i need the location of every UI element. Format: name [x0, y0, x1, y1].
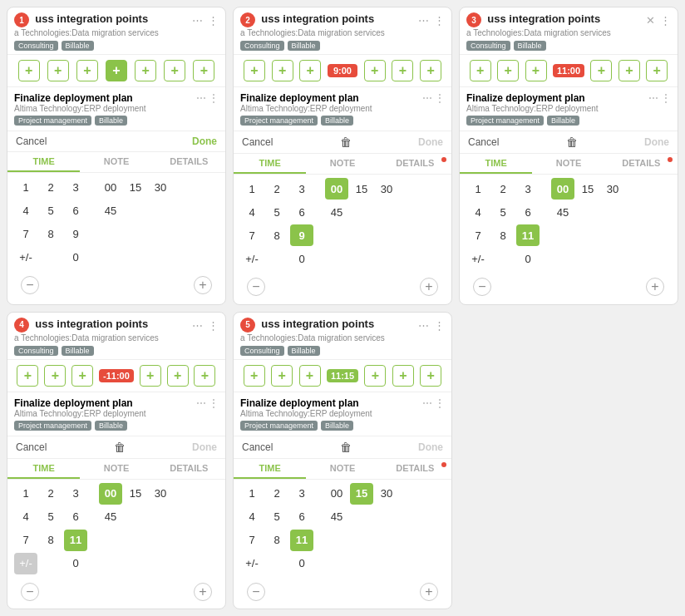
plus-btn-4[interactable]: + — [140, 365, 161, 387]
plus-btn-2[interactable]: + — [299, 60, 321, 81]
plus-btn-5[interactable]: + — [167, 365, 189, 387]
tab-note[interactable]: NOTE — [306, 154, 378, 174]
plus-btn-2[interactable]: + — [525, 60, 547, 81]
plus-btn-5[interactable]: + — [164, 60, 185, 81]
num-5[interactable]: 5 — [39, 506, 62, 528]
delete-button[interactable]: 🗑 — [340, 136, 352, 149]
num-1[interactable]: 1 — [240, 178, 264, 200]
plus-btn-4[interactable]: + — [364, 365, 386, 387]
num-5[interactable]: 5 — [265, 201, 288, 223]
plus-btn-1[interactable]: + — [47, 60, 69, 81]
more-icon[interactable]: ⋮ — [208, 319, 219, 332]
num-6[interactable]: 6 — [64, 200, 87, 221]
ellipsis-icon[interactable]: ⋯ — [192, 319, 203, 332]
num-7[interactable]: 7 — [14, 223, 37, 244]
num-11[interactable]: 11 — [64, 530, 87, 551]
plus-btn-6[interactable]: + — [194, 365, 215, 387]
plus-btn-4[interactable]: + — [135, 60, 156, 81]
num-4[interactable]: 4 — [240, 506, 264, 528]
num-1[interactable]: 1 — [14, 483, 37, 505]
minus-btn[interactable]: − — [247, 278, 265, 296]
num-7[interactable]: 7 — [240, 530, 264, 551]
tab-time[interactable]: TIME — [7, 459, 80, 479]
plus-large-btn[interactable]: + — [420, 278, 438, 296]
num-15[interactable]: 15 — [576, 178, 599, 200]
num-45[interactable]: 45 — [325, 201, 348, 223]
num-3[interactable]: 3 — [290, 178, 313, 200]
plus-btn-0[interactable]: + — [17, 365, 38, 387]
num-7[interactable]: 7 — [466, 224, 490, 246]
num-30[interactable]: 30 — [149, 483, 172, 505]
num-5[interactable]: 5 — [265, 506, 288, 528]
plus-btn-1[interactable]: + — [497, 60, 519, 81]
tab-time[interactable]: TIME — [7, 152, 80, 172]
plus-btn-6[interactable]: + — [420, 60, 441, 81]
num-sign[interactable]: +/- — [14, 553, 37, 574]
num-7[interactable]: 7 — [14, 530, 37, 551]
num-6[interactable]: 6 — [64, 506, 87, 528]
num-1[interactable]: 1 — [240, 483, 264, 505]
tab-details[interactable]: DETAILS — [379, 154, 451, 174]
num-9[interactable]: 9 — [64, 223, 87, 244]
num-0[interactable]: 0 — [516, 248, 540, 269]
cancel-button[interactable]: Cancel — [16, 136, 47, 147]
delete-button[interactable]: 🗑 — [340, 441, 352, 454]
more-icon[interactable]: ⋮ — [434, 319, 445, 332]
num-00[interactable]: 00 — [551, 178, 574, 200]
num-2[interactable]: 2 — [491, 178, 515, 200]
num-3[interactable]: 3 — [290, 483, 313, 505]
minus-btn[interactable]: − — [21, 583, 39, 601]
num-15[interactable]: 15 — [350, 178, 373, 200]
more-icon[interactable]: ⋮ — [660, 14, 671, 27]
tab-note[interactable]: NOTE — [80, 152, 152, 172]
plus-btn-4[interactable]: + — [364, 60, 386, 81]
num-30[interactable]: 30 — [149, 176, 172, 198]
plus-btn-3[interactable]: + — [106, 60, 127, 81]
plus-btn-0[interactable]: + — [470, 60, 491, 81]
num-5[interactable]: 5 — [491, 201, 515, 223]
minus-btn[interactable]: − — [21, 276, 39, 294]
cancel-button[interactable]: Cancel — [242, 136, 273, 148]
plus-btn-5[interactable]: + — [618, 60, 640, 81]
close-icon[interactable]: ✕ — [646, 14, 655, 27]
num-15[interactable]: 15 — [124, 176, 147, 198]
num-6[interactable]: 6 — [290, 201, 313, 223]
cancel-button[interactable]: Cancel — [242, 441, 273, 453]
num-2[interactable]: 2 — [39, 176, 62, 198]
num-00[interactable]: 00 — [99, 176, 122, 198]
delete-button[interactable]: 🗑 — [114, 441, 126, 454]
num-30[interactable]: 30 — [601, 178, 624, 200]
num-45[interactable]: 45 — [325, 506, 348, 528]
num-45[interactable]: 45 — [551, 201, 574, 223]
task-icons[interactable]: ⋯ ⋮ — [422, 92, 445, 104]
num-sign[interactable]: +/- — [240, 248, 264, 269]
num-9[interactable]: 9 — [290, 224, 313, 246]
plus-btn-0[interactable]: + — [244, 60, 265, 81]
num-11[interactable]: 11 — [290, 530, 313, 551]
plus-btn-1[interactable]: + — [272, 60, 293, 81]
plus-large-btn[interactable]: + — [420, 583, 438, 601]
ellipsis-icon[interactable]: ⋯ — [418, 319, 429, 332]
task-icons[interactable]: ⋯ ⋮ — [196, 92, 219, 104]
plus-large-btn[interactable]: + — [194, 276, 212, 294]
num-sign[interactable]: +/- — [466, 248, 490, 269]
num-45[interactable]: 45 — [99, 200, 122, 221]
num-00[interactable]: 00 — [325, 178, 348, 200]
minus-btn[interactable]: − — [247, 583, 265, 601]
num-sign[interactable]: +/- — [240, 553, 264, 574]
num-0[interactable]: 0 — [64, 553, 87, 574]
more-icon[interactable]: ⋮ — [208, 14, 219, 27]
num-8[interactable]: 8 — [39, 223, 62, 244]
tab-details[interactable]: DETAILS — [153, 152, 225, 172]
tab-details[interactable]: DETAILS — [605, 154, 678, 174]
ellipsis-icon[interactable]: ⋯ — [418, 14, 429, 27]
num-8[interactable]: 8 — [491, 224, 515, 246]
num-2[interactable]: 2 — [265, 483, 288, 505]
ellipsis-icon[interactable]: ⋯ — [192, 14, 203, 27]
delete-button[interactable]: 🗑 — [566, 136, 578, 149]
tab-time[interactable]: TIME — [234, 459, 306, 479]
plus-btn-6[interactable]: + — [193, 60, 214, 81]
done-button[interactable]: Done — [192, 136, 217, 147]
num-11[interactable]: 11 — [516, 224, 540, 246]
num-6[interactable]: 6 — [516, 201, 540, 223]
